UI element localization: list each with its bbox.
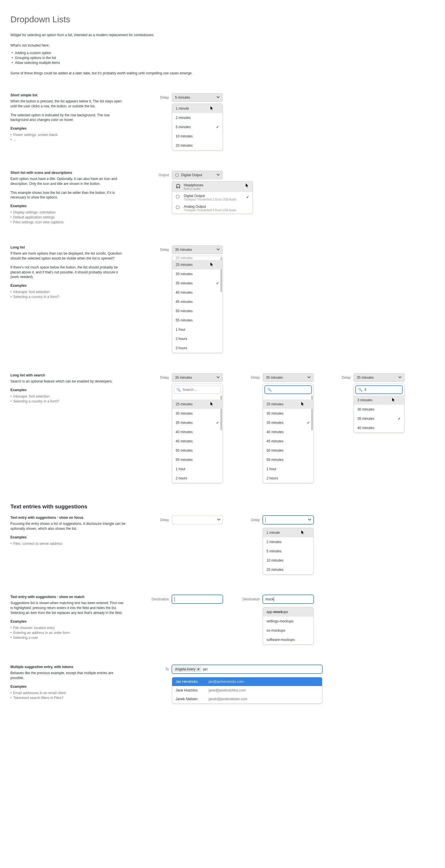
list-item[interactable]: 35 minutes xyxy=(172,279,222,288)
list-item[interactable]: 45 minutes xyxy=(263,437,313,446)
search-icon: 🔍 xyxy=(358,388,362,392)
list-item[interactable]: Janek Nielsenjanek@janeknielsen.com xyxy=(172,695,322,703)
list-item[interactable]: 55 minutes xyxy=(263,455,313,464)
list-item[interactable]: 2 hours xyxy=(172,334,222,343)
output-dropdown-button[interactable]: 🖵 Digital Output xyxy=(172,171,223,179)
cursor-icon xyxy=(301,530,305,535)
list-item[interactable]: 5 minutes xyxy=(172,122,222,132)
list-item[interactable]: 3 minutes xyxy=(354,396,404,405)
to-input[interactable]: Angela Avery✕ jan xyxy=(172,665,322,674)
output-label: Output xyxy=(144,173,169,177)
cursor-icon xyxy=(210,262,214,268)
list-item[interactable]: 25 minutes xyxy=(172,400,222,409)
list-item[interactable]: 25 minutes xyxy=(263,400,313,409)
not-included-list: Adding a custom option Grouping options … xyxy=(11,51,435,65)
list-item[interactable]: 3 hours xyxy=(172,343,222,353)
search-icon: 🔍 xyxy=(267,388,272,392)
list-item[interactable]: 35 minutes xyxy=(263,418,313,427)
dropdown-button[interactable]: 35 minutes xyxy=(354,373,405,382)
token[interactable]: Angela Avery✕ xyxy=(173,666,201,672)
note: Some of these things could be added at a… xyxy=(10,71,435,75)
list-item[interactable]: 40 minutes xyxy=(263,427,313,437)
dropdown-popup: 🔍 25 minutes 30 minutes 35 minutes 40 mi… xyxy=(172,384,223,483)
list-item[interactable]: 1 hour xyxy=(172,464,222,474)
headphones-icon: 🎧 xyxy=(176,184,181,188)
list-item[interactable]: 30 minutes xyxy=(172,409,222,418)
list-item[interactable]: 40 minutes xyxy=(172,427,222,437)
chevron-down-icon xyxy=(217,248,220,252)
list-item[interactable]: 55 minutes xyxy=(172,455,222,464)
cursor-icon xyxy=(210,106,214,112)
list-item[interactable]: 40 minutes xyxy=(172,288,222,297)
list-item[interactable]: 1 hour xyxy=(263,464,313,474)
list-item[interactable]: 1 minute xyxy=(263,528,313,537)
list-item[interactable]: 30 minutes xyxy=(263,409,313,418)
list-item[interactable]: 45 minutes xyxy=(172,437,222,446)
search-icon: 🔍 xyxy=(177,388,181,392)
list-item[interactable]: 35 minutes xyxy=(354,414,404,423)
list-item[interactable]: 50 minutes xyxy=(172,306,222,316)
intro: Widget for selecting an option from a li… xyxy=(10,33,435,37)
list-item[interactable]: 50 minutes xyxy=(263,446,313,455)
dropdown-popup: 🔍 25 minutes 30 minutes 35 minutes 40 mi… xyxy=(263,384,314,483)
list-item[interactable]: 55 minutes xyxy=(172,316,222,325)
search-input[interactable]: 🔍3 xyxy=(356,386,403,394)
chevron-down-icon xyxy=(217,95,220,99)
chevron-down-icon xyxy=(217,376,220,380)
destination-input[interactable]: mock xyxy=(263,595,314,603)
list-item[interactable]: 45 minutes xyxy=(172,297,222,306)
list-item[interactable]: 2 hours xyxy=(263,474,313,483)
list-item[interactable]: 5 minutes xyxy=(263,547,313,556)
list-item[interactable]: 50 minutes xyxy=(172,446,222,455)
list-item[interactable]: 🎧 HeadphonesBuilt-in audio xyxy=(172,181,253,192)
not-included-heading: What's not included here: xyxy=(10,43,435,48)
cursor-icon xyxy=(246,183,249,189)
list-item[interactable]: 10 minutes xyxy=(172,132,222,141)
list-item[interactable]: 🖵 Analog OutputThinkpad Thunderbolt 3 Do… xyxy=(172,203,253,214)
chevron-down-icon xyxy=(308,376,311,380)
suggestions-popup: app-mockups settings-mockups os-mockups … xyxy=(263,607,314,645)
list-item[interactable]: 1 minute xyxy=(172,104,222,113)
close-icon[interactable]: ✕ xyxy=(197,668,200,671)
dropdown-popup: 1 minute 2 minutes 5 minutes 10 minutes … xyxy=(172,103,223,151)
list-item[interactable]: software-mockups xyxy=(263,635,313,644)
list-item[interactable]: 20 minutes xyxy=(263,565,313,574)
list-item[interactable]: 35 minutes xyxy=(172,418,222,427)
list-item[interactable]: 2 minutes xyxy=(263,537,313,547)
list-item[interactable]: 30 minutes xyxy=(172,269,222,279)
suggestions-popup: 1 minute 2 minutes 5 minutes 10 minutes … xyxy=(263,528,314,575)
search-input[interactable]: 🔍 xyxy=(174,386,221,394)
list-item[interactable]: 1 hour xyxy=(172,325,222,334)
display-icon: 🖵 xyxy=(176,205,181,210)
list-item[interactable]: 2 minutes xyxy=(172,113,222,122)
cursor-icon xyxy=(301,402,305,407)
dropdown-button[interactable]: 35 minutes xyxy=(172,373,223,382)
list-item[interactable]: os-mockups xyxy=(263,626,313,635)
delay-label: Delay xyxy=(144,95,169,99)
delay-dropdown-button[interactable]: 35 minutes xyxy=(172,245,223,254)
dropdown-popup: 🎧 HeadphonesBuilt-in audio 🖵 Digital Out… xyxy=(172,181,253,214)
chevron-down-icon xyxy=(399,376,401,380)
dropdown-popup: 20 minutes 25 minutes 30 minutes 35 minu… xyxy=(172,256,223,353)
list-item[interactable]: app-mockups xyxy=(263,607,313,617)
list-item[interactable]: 10 minutes xyxy=(263,556,313,565)
list-item[interactable]: Jane Hutchinsjane@janehutchins.com xyxy=(172,686,322,695)
dropdown-button[interactable]: 35 minutes xyxy=(263,373,314,382)
list-item[interactable]: 2 hours xyxy=(172,474,222,483)
delay-dropdown-button[interactable]: 5 minutes xyxy=(172,93,223,102)
list-item[interactable]: 20 minutes xyxy=(172,141,222,150)
search-input[interactable]: 🔍 xyxy=(265,386,312,394)
text-entry[interactable] xyxy=(263,516,314,524)
list-item[interactable]: 🖵 Digital OutputThinkpad Thunderbolt 3 D… xyxy=(172,192,253,203)
destination-input[interactable] xyxy=(172,595,223,603)
list-item[interactable]: 40 minutes xyxy=(354,423,404,433)
list-item[interactable]: 30 minutes xyxy=(354,405,404,414)
page-title: Dropdown Lists xyxy=(10,14,435,24)
list-item[interactable]: settings-mockups xyxy=(263,617,313,626)
list-item[interactable]: 25 minutes xyxy=(172,260,222,269)
list-item[interactable]: Jan Hendricksjan@janhendricks.com xyxy=(172,677,322,686)
text-entry[interactable] xyxy=(172,516,223,524)
chevron-down-icon xyxy=(308,518,311,522)
section-heading: Text entries with suggestions xyxy=(10,503,435,510)
suggestions-popup: Jan Hendricksjan@janhendricks.com Jane H… xyxy=(172,677,322,704)
